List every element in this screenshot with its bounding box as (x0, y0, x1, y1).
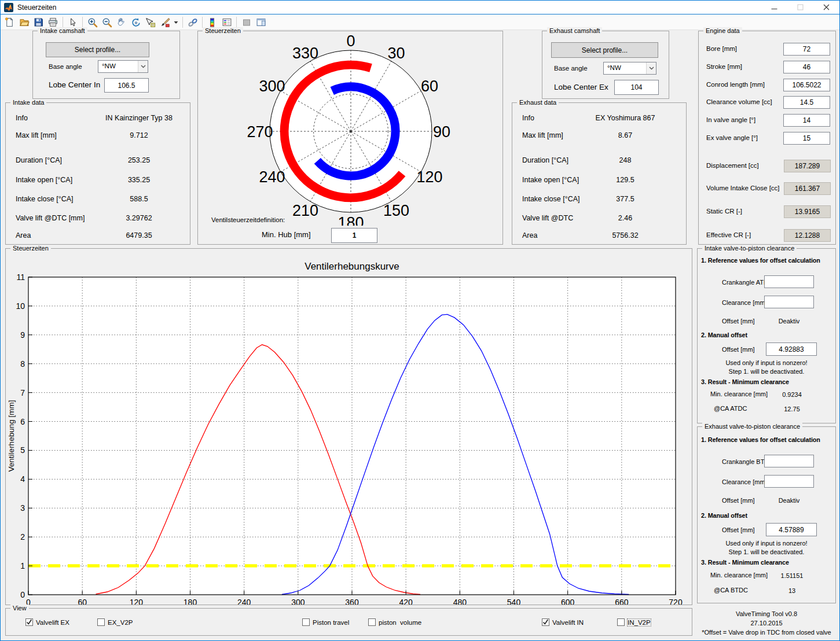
checkbox-box[interactable] (25, 618, 33, 626)
minimize-button[interactable] (761, 1, 787, 14)
engine-input[interactable] (783, 43, 830, 56)
chevron-down-icon[interactable] (138, 61, 148, 72)
svg-text:30: 30 (387, 45, 405, 62)
toolbar-separator (236, 17, 237, 28)
crankangle-input[interactable] (764, 455, 814, 467)
show-plot-tools-icon[interactable] (254, 16, 267, 29)
offset-label: Offset [mm] (722, 318, 755, 325)
clearance-input[interactable] (764, 475, 814, 488)
note-line: Step 1. will be deactivated. (698, 548, 835, 555)
data-label: Intake close [°CA] (16, 195, 74, 203)
svg-text:120: 120 (130, 598, 144, 605)
offset-status: Deaktiv (764, 318, 814, 325)
intake-select-profile-button[interactable]: Select profile... (46, 42, 149, 57)
checkbox-piston-volume[interactable]: piston volume (368, 618, 421, 626)
data-value: 248 (579, 156, 672, 164)
ca-label: @CA BTDC (714, 587, 748, 594)
exhaust-base-angle-dropdown[interactable]: °NW (603, 62, 656, 75)
definition-label: Ventilsteuerzeitdefinition: (211, 216, 285, 223)
data-value: IN Kainzinger Typ 38 (93, 114, 185, 122)
zoom-out-icon[interactable] (100, 16, 113, 29)
close-button[interactable] (813, 1, 839, 14)
app-version: ValveTiming Tool v0.8 (697, 609, 836, 618)
data-value: 335.25 (93, 176, 185, 184)
svg-text:0: 0 (26, 598, 31, 605)
rotate-3d-icon[interactable] (129, 16, 142, 29)
data-value: 8.67 (579, 131, 672, 139)
clearance-label: Clearance [mm] (722, 299, 767, 306)
svg-text:1: 1 (20, 561, 25, 570)
checkbox-valvelift-ex[interactable]: Valvelift EX (25, 618, 69, 626)
pan-icon[interactable] (115, 16, 128, 29)
data-cursor-icon[interactable] (144, 16, 157, 29)
panel-title: Intake data (10, 99, 46, 106)
engine-result-value: 187.289 (784, 160, 831, 172)
exhaust-lobe-center-input[interactable] (614, 80, 659, 95)
data-value: 5756.32 (579, 231, 672, 240)
svg-text:Ventilerhebung [mm]: Ventilerhebung [mm] (7, 400, 16, 472)
engine-result-label: Effective CR [-] (706, 231, 751, 238)
data-value: 6479.35 (93, 231, 185, 240)
checkbox-ex-v2p[interactable]: EX_V2P (97, 618, 133, 626)
link-plot-icon[interactable] (186, 16, 199, 29)
data-value: 253.25 (93, 156, 185, 164)
engine-input[interactable] (783, 61, 830, 73)
offset-label: Offset [mm] (722, 497, 755, 504)
crankangle-input[interactable] (764, 275, 814, 288)
svg-text:2: 2 (20, 532, 25, 541)
svg-text:240: 240 (237, 598, 251, 605)
data-value: 2.46 (579, 214, 672, 222)
exhaust-select-profile-button[interactable]: Select profile... (551, 42, 658, 58)
min-hub-input[interactable] (331, 228, 377, 243)
clearance-input[interactable] (764, 296, 814, 308)
data-label: Max lift [mm] (522, 131, 563, 139)
checkbox-valvelift-in[interactable]: Valvelift IN (542, 618, 584, 626)
checkbox-label: Valvelift IN (552, 619, 584, 626)
svg-text:90: 90 (433, 123, 450, 141)
data-label: Area (16, 231, 31, 240)
checkbox-box[interactable] (302, 618, 310, 626)
data-label: Info (522, 114, 534, 122)
intake-v2p-panel: Intake valve-to-piston clearance 1. Refe… (697, 248, 836, 423)
new-figure-icon[interactable] (3, 16, 16, 29)
engine-input[interactable] (783, 96, 830, 109)
intake-lobe-center-input[interactable] (104, 78, 149, 93)
engine-input[interactable] (783, 79, 830, 91)
panel-title: Exhaust camshaft (547, 27, 602, 35)
exhaust-lobe-center-label: Lobe Center Ex (554, 83, 608, 91)
maximize-button[interactable] (787, 1, 813, 14)
min-clearance-value: 0.9234 (767, 391, 817, 398)
checkbox-box[interactable] (97, 618, 105, 626)
engine-input[interactable] (783, 132, 830, 145)
zoom-in-icon[interactable] (86, 16, 99, 29)
data-label: Intake close [°CA] (522, 195, 580, 203)
data-value: 588.5 (93, 195, 185, 203)
svg-text:10: 10 (16, 301, 25, 311)
checkbox-piston-travel[interactable]: Piston travel (302, 618, 349, 626)
svg-text:720: 720 (669, 598, 683, 605)
manual-offset-input[interactable] (766, 523, 817, 536)
manual-offset-label: Offset [mm] (722, 346, 755, 353)
checkbox-in-v2p[interactable]: IN_V2P (617, 618, 651, 626)
engine-result-label: Volume Intake Close [cc] (706, 185, 780, 191)
svg-text:600: 600 (561, 598, 575, 605)
checkbox-box[interactable] (542, 618, 549, 626)
manual-offset-input[interactable] (766, 342, 817, 356)
offset-status: Deaktiv (764, 497, 814, 504)
intake-base-angle-dropdown[interactable]: °NW (98, 60, 148, 73)
engine-input-label: Clearance volume [cc] (706, 98, 772, 105)
svg-text:0: 0 (346, 32, 355, 50)
brush-menu-arrow-icon[interactable] (173, 16, 179, 29)
app-window: Steuerzeiten Intake camshaft Select prof… (0, 0, 840, 641)
panel-title: Engine data (703, 27, 742, 35)
manual-offset-label: Offset [mm] (722, 526, 755, 533)
checkbox-box[interactable] (617, 618, 625, 626)
view-panel: View Valvelift EXEX_V2PPiston travelpist… (5, 608, 692, 636)
open-file-icon[interactable] (17, 16, 31, 29)
brush-icon[interactable] (158, 16, 171, 29)
svg-text:180: 180 (338, 214, 364, 226)
chevron-down-icon[interactable] (646, 62, 656, 74)
engine-input[interactable] (783, 114, 830, 127)
checkbox-box[interactable] (368, 618, 376, 626)
intake-lobe-center-label: Lobe Center In (49, 80, 100, 89)
